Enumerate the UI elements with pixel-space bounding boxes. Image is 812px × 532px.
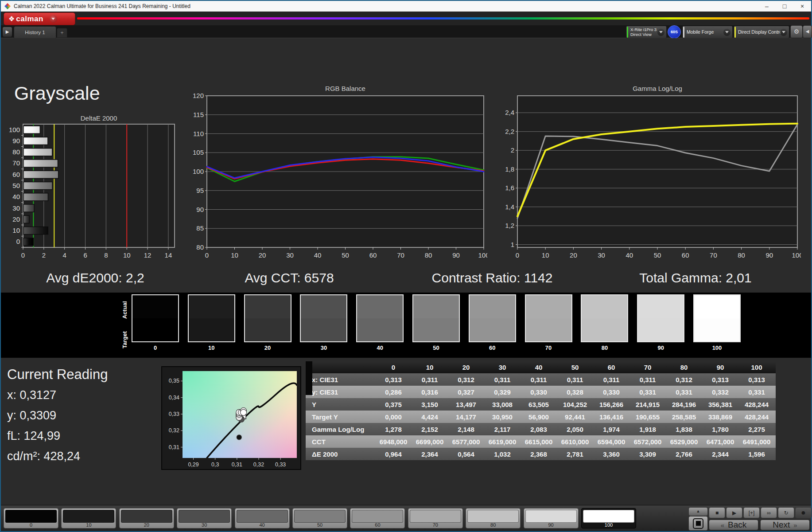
table-cell: 0,311 — [484, 376, 521, 383]
swatch-actual-color — [301, 295, 346, 318]
pattern-level-button-50[interactable]: 50 — [292, 508, 347, 528]
table-row-label: Y — [306, 401, 375, 408]
minimize-button[interactable]: – — [758, 1, 776, 12]
tab-history-1[interactable]: History 1 — [14, 26, 56, 38]
svg-text:80: 80 — [196, 243, 204, 251]
table-cell: 2,148 — [448, 426, 484, 433]
table-cell: 136,416 — [593, 413, 629, 421]
continuous-measure-button[interactable]: ∞ — [761, 507, 777, 518]
swatch-level-label: 70 — [525, 344, 572, 351]
svg-text:0: 0 — [205, 251, 209, 259]
table-scroll-notch[interactable] — [306, 361, 312, 395]
pattern-level-button-30[interactable]: 30 — [177, 508, 232, 528]
pattern-window-icon — [693, 518, 703, 529]
pattern-level-button-70[interactable]: 70 — [408, 508, 463, 528]
grayscale-swatch-80 — [581, 294, 628, 342]
maximize-button[interactable]: □ — [776, 1, 793, 12]
svg-text:40: 40 — [626, 251, 633, 259]
svg-text:50: 50 — [654, 251, 661, 259]
pattern-level-label: 50 — [293, 522, 347, 528]
table-cell: 2,368 — [521, 450, 557, 458]
swatch-level-label: 10 — [188, 344, 235, 351]
table-row-label: CCT — [306, 438, 375, 446]
meter-dropdown[interactable]: X-Rite i1Pro 3Direct View — [626, 26, 667, 39]
source-dropdown[interactable]: Mobile Forge — [682, 26, 733, 39]
layout-nav-button[interactable]: ▶ — [2, 27, 12, 37]
svg-text:12: 12 — [144, 251, 152, 259]
pattern-window-up-button[interactable]: ▲ — [688, 507, 708, 516]
table-column-header: 20 — [448, 364, 484, 371]
pattern-window-button[interactable] — [688, 516, 708, 531]
single-measure-button[interactable]: [+] — [743, 507, 760, 518]
svg-text:40: 40 — [314, 251, 322, 259]
collapse-panel-button[interactable]: ◀ — [803, 25, 812, 38]
table-cell: 92,441 — [557, 413, 593, 421]
pattern-level-button-90[interactable]: 90 — [524, 508, 579, 528]
refresh-button[interactable]: ↻ — [778, 507, 794, 518]
close-button[interactable]: × — [793, 1, 811, 12]
pattern-level-label: 20 — [120, 522, 174, 528]
table-cell: 6699,000 — [412, 438, 448, 446]
current-reading-item: cd/m²: 428,24 — [7, 450, 80, 463]
svg-text:80: 80 — [425, 251, 432, 259]
svg-text:105: 105 — [193, 149, 204, 156]
svg-text:10: 10 — [123, 251, 131, 259]
status-light[interactable]: ● — [795, 507, 812, 518]
svg-text:10: 10 — [231, 251, 238, 259]
svg-text:70: 70 — [710, 251, 717, 259]
svg-text:0,32: 0,32 — [253, 462, 264, 468]
pattern-level-button-20[interactable]: 20 — [119, 508, 174, 528]
svg-text:0: 0 — [21, 251, 25, 259]
pattern-chip — [467, 510, 519, 523]
add-tab-button[interactable]: + — [57, 28, 67, 38]
svg-text:30: 30 — [598, 251, 605, 259]
pattern-level-button-100[interactable]: 100 — [581, 508, 636, 528]
svg-text:0,32: 0,32 — [169, 427, 179, 434]
total-gamma-stat: Total Gamma: 2,01 — [639, 270, 751, 286]
display-control-dropdown[interactable]: Direct Display Control — [734, 26, 789, 39]
table-row: Y0,3753,15013,49733,00863,505104,252156,… — [306, 398, 776, 411]
svg-text:6: 6 — [83, 251, 87, 259]
settings-gear-button[interactable]: ⚙ — [790, 25, 803, 38]
table-cell: 6619,000 — [484, 438, 521, 446]
swatch-level-label: 50 — [412, 344, 460, 351]
swatch-target-color — [132, 318, 178, 341]
pattern-level-button-10[interactable]: 10 — [61, 508, 116, 528]
table-cell: 428,244 — [738, 413, 775, 421]
grayscale-swatch-20 — [244, 294, 291, 342]
table-cell: 2,117 — [484, 426, 521, 433]
table-cell: 33,008 — [484, 401, 521, 408]
table-cell: 14,177 — [448, 413, 484, 421]
table-cell: 1,032 — [484, 450, 521, 458]
meter-mode-badge[interactable]: 60S — [668, 25, 681, 39]
next-button[interactable]: Next » — [760, 520, 810, 530]
pattern-level-button-60[interactable]: 60 — [350, 508, 405, 528]
svg-text:4: 4 — [63, 251, 66, 259]
table-cell: 1,838 — [666, 426, 702, 433]
svg-text:60: 60 — [369, 251, 377, 259]
swatch-target-color — [526, 318, 571, 341]
pattern-level-button-0[interactable]: 0 — [4, 508, 58, 528]
svg-text:1,2: 1,2 — [505, 222, 514, 229]
pattern-level-button-80[interactable]: 80 — [466, 508, 521, 528]
back-button[interactable]: « Back — [709, 520, 758, 530]
swatch-actual-color — [245, 295, 291, 318]
swatch-target-color — [582, 318, 627, 341]
rgb-balance-chart: RGB Balance80859095100105110115120010203… — [190, 84, 487, 263]
swatch-target-color — [301, 318, 346, 341]
table-row-label: y: CIE31 — [306, 388, 375, 396]
chevron-left-icon: « — [721, 521, 724, 529]
svg-text:95: 95 — [196, 187, 204, 194]
lower-panel: Current Reading x: 0,3127y: 0,3309fL: 12… — [1, 358, 811, 505]
table-cell: 0,330 — [521, 388, 557, 396]
play-button[interactable]: ▶ — [726, 507, 742, 518]
stop-button[interactable]: ■ — [709, 507, 725, 518]
pattern-level-button-40[interactable]: 40 — [235, 508, 290, 528]
spectrum-gradient-bar — [77, 17, 809, 20]
svg-text:1,8: 1,8 — [505, 165, 514, 173]
chevron-down-icon — [723, 29, 730, 36]
calman-menu-button[interactable]: ❖ calman — [4, 12, 75, 25]
swatch-level-label: 30 — [300, 344, 347, 351]
table-cell: 2,781 — [557, 450, 593, 458]
svg-text:0: 0 — [16, 238, 20, 245]
